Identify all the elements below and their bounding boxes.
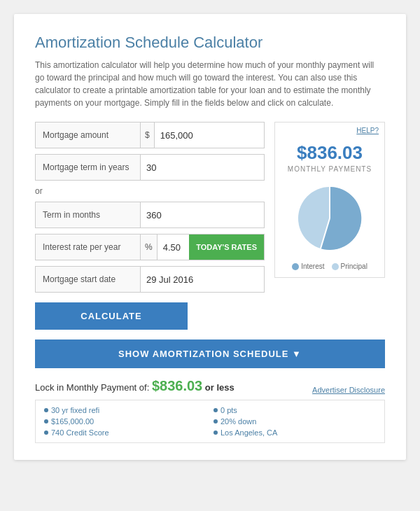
tag-item: 0 pts bbox=[214, 406, 376, 414]
mortgage-amount-row: Mortgage amount $ 165,000 bbox=[35, 122, 265, 148]
mortgage-amount-input[interactable]: 165,000 bbox=[155, 122, 264, 148]
monthly-amount: $836.03 bbox=[282, 142, 377, 164]
tag-bullet bbox=[214, 408, 218, 412]
calculate-button[interactable]: CALCULATE bbox=[35, 302, 188, 330]
tag-item: 30 yr fixed refi bbox=[44, 406, 206, 414]
tag-label: 30 yr fixed refi bbox=[51, 406, 99, 414]
tags-grid: 30 yr fixed refi0 pts$165,000.0020% down… bbox=[35, 400, 385, 443]
todays-rates-button[interactable]: TODAY'S RATES bbox=[189, 234, 264, 260]
mortgage-amount-label: Mortgage amount bbox=[36, 122, 141, 148]
interest-rate-input[interactable]: 4.50 bbox=[158, 234, 190, 260]
tag-label: Los Angeles, CA bbox=[220, 428, 277, 437]
lock-section: Lock in Monthly Payment of: $836.03 or l… bbox=[35, 378, 385, 443]
page-description: This amortization calculator will help y… bbox=[35, 59, 385, 109]
result-panel: HELP? $836.03 MONTHLY PAYMENTS Interest bbox=[274, 122, 385, 278]
chart-legend: Interest Principal bbox=[282, 262, 377, 270]
tag-item: Los Angeles, CA bbox=[214, 428, 376, 437]
principal-legend-label: Principal bbox=[341, 262, 368, 270]
term-months-input[interactable]: 360 bbox=[141, 202, 264, 227]
interest-rate-row: Interest rate per year % 4.50 TODAY'S RA… bbox=[35, 234, 265, 260]
form-section: Mortgage amount $ 165,000 Mortgage term … bbox=[35, 122, 265, 330]
or-text: or bbox=[35, 186, 265, 196]
tag-item: $165,000.00 bbox=[44, 417, 206, 426]
principal-legend-item: Principal bbox=[332, 262, 368, 270]
lock-suffix: or less bbox=[205, 382, 234, 393]
tag-bullet bbox=[214, 430, 218, 435]
interest-legend-dot bbox=[292, 263, 299, 270]
tag-item: 20% down bbox=[214, 417, 376, 426]
tag-item: 740 Credit Score bbox=[44, 428, 206, 437]
amortization-schedule-button[interactable]: SHOW AMORTIZATION SCHEDULE ▼ bbox=[35, 340, 385, 368]
interest-legend-item: Interest bbox=[292, 262, 324, 270]
calculator-card: Amortization Schedule Calculator This am… bbox=[14, 14, 406, 460]
help-link[interactable]: HELP? bbox=[356, 127, 379, 134]
tag-bullet bbox=[44, 419, 48, 424]
lock-text: Lock in Monthly Payment of: $836.03 or l… bbox=[35, 378, 234, 394]
mortgage-term-years-label: Mortgage term in years bbox=[36, 155, 141, 180]
main-layout: Mortgage amount $ 165,000 Mortgage term … bbox=[35, 122, 385, 330]
interest-rate-symbol: % bbox=[141, 234, 158, 260]
tag-bullet bbox=[44, 430, 48, 435]
interest-rate-label: Interest rate per year bbox=[36, 234, 141, 260]
principal-legend-dot bbox=[332, 263, 339, 270]
mortgage-amount-symbol: $ bbox=[141, 122, 155, 148]
page-title: Amortization Schedule Calculator bbox=[35, 34, 385, 52]
mortgage-start-date-input[interactable]: 29 Jul 2016 bbox=[141, 267, 264, 292]
tag-label: 20% down bbox=[220, 417, 256, 426]
lock-amount: $836.03 bbox=[152, 378, 202, 393]
lock-line: Lock in Monthly Payment of: $836.03 or l… bbox=[35, 378, 385, 394]
pie-chart bbox=[282, 180, 377, 257]
mortgage-term-years-input[interactable]: 30 bbox=[141, 155, 264, 180]
tag-bullet bbox=[214, 419, 218, 424]
tag-label: 740 Credit Score bbox=[51, 428, 109, 437]
mortgage-start-date-label: Mortgage start date bbox=[36, 267, 141, 292]
tag-bullet bbox=[44, 408, 48, 412]
tag-label: $165,000.00 bbox=[51, 417, 94, 426]
tag-label: 0 pts bbox=[220, 406, 237, 414]
term-months-row: Term in months 360 bbox=[35, 202, 265, 228]
lock-prefix: Lock in Monthly Payment of: bbox=[35, 382, 149, 393]
advertiser-link[interactable]: Advertiser Disclosure bbox=[312, 386, 385, 394]
monthly-label: MONTHLY PAYMENTS bbox=[282, 165, 377, 173]
term-months-label: Term in months bbox=[36, 202, 141, 227]
interest-legend-label: Interest bbox=[301, 262, 324, 270]
mortgage-start-date-row: Mortgage start date 29 Jul 2016 bbox=[35, 266, 265, 293]
mortgage-term-years-row: Mortgage term in years 30 bbox=[35, 154, 265, 181]
